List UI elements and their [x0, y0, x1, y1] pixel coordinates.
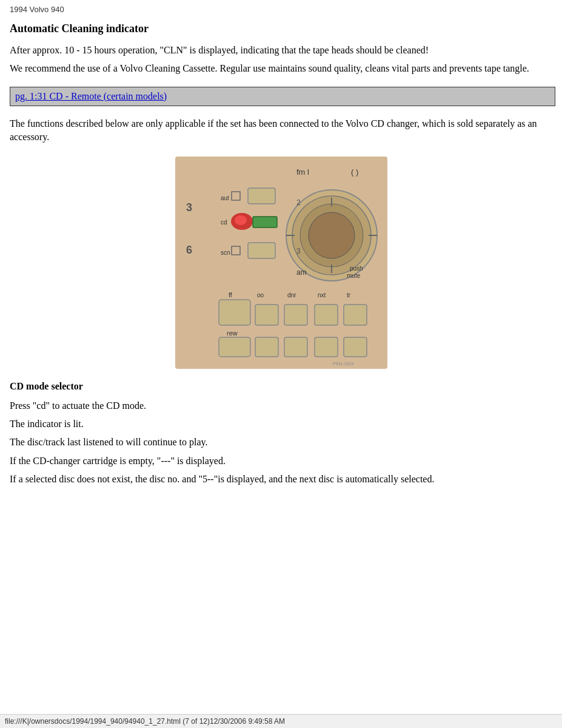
cd-remote-intro: The functions described below are only a…: [10, 117, 552, 144]
svg-rect-11: [253, 217, 277, 228]
svg-rect-33: [219, 300, 250, 325]
svg-text:P931-1019: P931-1019: [333, 362, 353, 366]
svg-rect-36: [315, 305, 338, 325]
svg-rect-39: [219, 337, 250, 357]
svg-text:push: push: [350, 265, 363, 272]
svg-rect-40: [255, 337, 278, 357]
cd-mode-paragraph-4: If the CD-changer cartridge is empty, "-…: [10, 454, 552, 468]
svg-point-10: [235, 215, 247, 225]
svg-text:am: am: [296, 268, 307, 277]
svg-rect-37: [344, 305, 367, 325]
cleaning-paragraph-2: We recommend the use of a Volvo Cleaning…: [10, 62, 552, 75]
footer-text: file:///K|/ownersdocs/1994/1994_940/9494…: [5, 717, 285, 726]
cd-mode-paragraph-1: Press "cd" to actuate the CD mode.: [10, 399, 552, 413]
svg-text:dnr: dnr: [287, 292, 296, 298]
svg-text:3: 3: [186, 201, 192, 214]
cd-remote-diagram: fm l ( ) 3 6 aut cd: [175, 157, 387, 369]
cd-remote-image-container: fm l ( ) 3 6 aut cd: [10, 157, 552, 369]
svg-rect-35: [284, 305, 307, 325]
cd-mode-paragraph-5: If a selected disc does not exist, the d…: [10, 473, 552, 486]
svg-text:2: 2: [296, 198, 301, 207]
svg-text:fm l: fm l: [296, 167, 309, 177]
svg-text:cd: cd: [221, 219, 227, 226]
svg-rect-24: [248, 243, 275, 258]
svg-text:rew: rew: [227, 329, 238, 337]
section-heading-cleaning: Automatic Cleaning indicator: [10, 22, 552, 35]
svg-point-15: [309, 212, 355, 258]
svg-text:tr: tr: [347, 292, 351, 298]
window-title: 1994 Volvo 940: [10, 5, 552, 14]
svg-text:mute: mute: [347, 272, 361, 279]
svg-text:6: 6: [186, 244, 192, 256]
cd-mode-heading: CD mode selector: [10, 381, 552, 392]
svg-rect-34: [255, 305, 278, 325]
cd-remote-link[interactable]: pg. 1:31 CD - Remote (certain models): [10, 87, 555, 106]
svg-text:oo: oo: [257, 292, 264, 298]
svg-text:nxt: nxt: [318, 292, 326, 298]
cleaning-paragraph-1: After approx. 10 - 15 hours operation, "…: [10, 44, 552, 57]
svg-text:aut: aut: [221, 195, 229, 201]
svg-text:scn: scn: [221, 249, 230, 256]
svg-rect-41: [284, 337, 307, 357]
svg-rect-7: [248, 188, 275, 204]
cd-mode-paragraph-3: The disc/track last listened to will con…: [10, 436, 552, 449]
svg-text:ff: ff: [229, 291, 233, 298]
svg-text:( ): ( ): [351, 167, 358, 177]
footer-bar: file:///K|/ownersdocs/1994/1994_940/9494…: [0, 714, 562, 728]
cd-mode-paragraph-2: The indicator is lit.: [10, 417, 552, 431]
svg-text:3: 3: [296, 247, 301, 255]
svg-rect-42: [315, 337, 338, 357]
svg-rect-43: [344, 337, 367, 357]
